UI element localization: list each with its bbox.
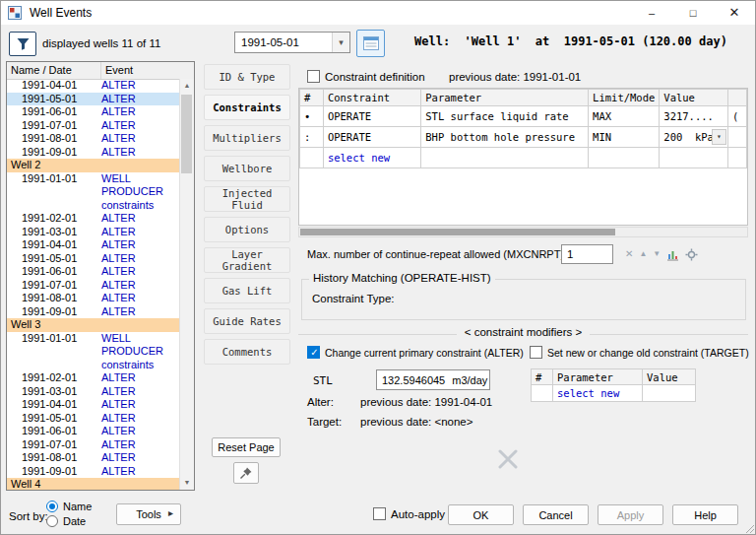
target-checkbox[interactable]: Set new or change old constraint (TARGET… bbox=[530, 346, 749, 359]
event-row[interactable]: 1991-05-01ALTER bbox=[7, 252, 179, 266]
show-event-list-button[interactable] bbox=[356, 30, 385, 57]
event-row[interactable]: 1991-02-01ALTER bbox=[7, 371, 179, 385]
radio-button[interactable] bbox=[46, 501, 58, 512]
gear-icon[interactable] bbox=[685, 248, 698, 261]
tab-comments[interactable]: Comments bbox=[204, 339, 290, 365]
event-list-col-name[interactable]: Name / Date bbox=[7, 62, 101, 79]
constraint-definition-checkbox[interactable]: Constraint definition bbox=[307, 70, 425, 83]
close-button[interactable]: ✕ bbox=[714, 1, 755, 25]
scrollbar-thumb[interactable] bbox=[181, 95, 192, 173]
event-row[interactable]: 1991-03-01ALTER bbox=[7, 226, 179, 239]
event-row[interactable]: 1991-01-01WELL PRODUCER constraints bbox=[7, 332, 179, 372]
target-add-row[interactable]: select new bbox=[532, 385, 696, 402]
event-row[interactable]: 1991-02-01ALTER bbox=[7, 212, 179, 226]
well-group-row[interactable]: Well 4 bbox=[7, 478, 179, 490]
event-row[interactable]: 1991-09-01ALTER bbox=[7, 146, 179, 160]
pin-button[interactable] bbox=[233, 462, 259, 484]
checkbox-box[interactable] bbox=[530, 346, 542, 359]
event-row[interactable]: 1991-08-01ALTER bbox=[7, 451, 179, 465]
target-col-header: Parameter bbox=[553, 369, 643, 385]
move-up-icon[interactable]: ▲ bbox=[639, 247, 647, 261]
well-group-row[interactable]: Well 3 bbox=[7, 318, 179, 332]
tab-constraints[interactable]: Constraints bbox=[204, 95, 290, 120]
event-list-col-event[interactable]: Event bbox=[101, 62, 194, 79]
event-row[interactable]: 1991-04-01ALTER bbox=[7, 398, 179, 412]
event-row-name: 1991-07-01 bbox=[7, 438, 101, 452]
scroll-up-icon[interactable]: ▲ bbox=[180, 79, 194, 93]
tab-multipliers[interactable]: Multipliers bbox=[204, 125, 290, 151]
event-row-event: ALTER bbox=[101, 105, 179, 119]
constraint-row[interactable]: •OPERATESTL surface liquid rateMAX3217..… bbox=[300, 106, 747, 127]
cancel-button[interactable]: Cancel bbox=[523, 504, 589, 525]
event-row-event: ALTER bbox=[101, 146, 179, 160]
tab-options[interactable]: Options bbox=[204, 217, 290, 242]
event-row-name: 1991-01-01 bbox=[7, 172, 101, 213]
auto-apply-checkbox[interactable]: Auto-apply bbox=[373, 507, 445, 520]
event-list-header: Name / Date Event bbox=[7, 62, 194, 80]
constraint-col-header: Constraint bbox=[323, 90, 420, 106]
alter-checkbox[interactable]: Change current primary constraint (ALTER… bbox=[307, 346, 524, 359]
date-dropdown[interactable]: 1991-05-01 ▾ bbox=[234, 32, 350, 53]
event-row[interactable]: 1991-09-01ALTER bbox=[7, 305, 179, 319]
chevron-down-icon[interactable]: ▾ bbox=[332, 33, 349, 52]
event-row[interactable]: 1991-07-01ALTER bbox=[7, 438, 179, 452]
tab-guide-rates[interactable]: Guide Rates bbox=[204, 308, 290, 334]
hscrollbar-thumb[interactable] bbox=[300, 229, 615, 235]
event-row[interactable]: 1991-05-01ALTER bbox=[7, 93, 179, 106]
tab-gas-lift[interactable]: Gas Lift bbox=[204, 278, 290, 303]
sort-radio-name[interactable]: Name bbox=[46, 501, 92, 512]
event-list-scrollbar[interactable]: ▲ ▼ bbox=[179, 79, 194, 490]
tab-layer-gradient[interactable]: Layer Gradient bbox=[204, 247, 290, 273]
event-row[interactable]: 1991-08-01ALTER bbox=[7, 132, 179, 146]
ok-button[interactable]: OK bbox=[448, 504, 514, 525]
event-row[interactable]: 1991-03-01ALTER bbox=[7, 385, 179, 399]
maximize-button[interactable]: □ bbox=[672, 1, 714, 25]
resize-grip[interactable] bbox=[743, 522, 755, 534]
radio-button[interactable] bbox=[46, 515, 58, 527]
checkbox-box[interactable] bbox=[373, 507, 386, 520]
history-matching-group: History Matching (OPERATE-HIST) Constrai… bbox=[301, 279, 746, 320]
event-row[interactable]: 1991-08-01ALTER bbox=[7, 292, 179, 305]
event-row-name: 1991-05-01 bbox=[7, 252, 101, 266]
event-row[interactable]: 1991-05-01ALTER bbox=[7, 412, 179, 426]
event-row-name: 1991-07-01 bbox=[7, 119, 101, 133]
event-row[interactable]: 1991-06-01ALTER bbox=[7, 105, 179, 119]
reset-page-button[interactable]: Reset Page bbox=[212, 437, 281, 457]
checkbox-box[interactable] bbox=[307, 346, 320, 359]
help-button[interactable]: Help bbox=[672, 504, 738, 525]
event-row[interactable]: 1991-06-01ALTER bbox=[7, 425, 179, 438]
clear-icon[interactable]: ✕ bbox=[625, 247, 633, 261]
tab-id-type[interactable]: ID & Type bbox=[204, 64, 290, 90]
minimize-button[interactable]: – bbox=[631, 1, 672, 25]
constraint-row[interactable]: :OPERATEBHP bottom hole pressureMIN200 k… bbox=[300, 127, 747, 148]
event-row[interactable]: 1991-09-01ALTER bbox=[7, 465, 179, 479]
stl-value-field[interactable]: 132.5946045 m3/day bbox=[376, 369, 490, 390]
tab-injected-fluid[interactable]: Injected Fluid bbox=[204, 186, 290, 212]
chevron-down-icon[interactable]: ▾ bbox=[712, 129, 726, 145]
constraint-add-row[interactable]: select new bbox=[300, 148, 747, 168]
filter-icon bbox=[16, 36, 31, 51]
event-row[interactable]: 1991-06-01ALTER bbox=[7, 265, 179, 279]
event-row-name: 1991-09-01 bbox=[7, 305, 101, 319]
target-table: #ParameterValue select new bbox=[531, 368, 696, 402]
event-row[interactable]: 1991-04-01ALTER bbox=[7, 238, 179, 252]
sort-radio-date[interactable]: Date bbox=[46, 515, 86, 527]
mxcnrpt-input[interactable]: 1 bbox=[561, 244, 613, 264]
event-row-event: ALTER bbox=[101, 238, 179, 252]
event-row-event: ALTER bbox=[101, 132, 179, 146]
chart-icon[interactable] bbox=[666, 248, 679, 261]
event-row[interactable]: 1991-07-01ALTER bbox=[7, 119, 179, 133]
constraint-table-hscrollbar[interactable] bbox=[298, 227, 748, 237]
sort-date-label: Date bbox=[63, 515, 86, 527]
filter-button[interactable] bbox=[9, 32, 36, 56]
well-group-row[interactable]: Well 2 bbox=[7, 159, 179, 172]
move-down-icon[interactable]: ▼ bbox=[653, 247, 661, 261]
event-row[interactable]: 1991-01-01WELL PRODUCER constraints bbox=[7, 172, 179, 213]
tools-button[interactable]: Tools ▸ bbox=[116, 503, 181, 525]
checkbox-box[interactable] bbox=[307, 70, 320, 83]
tab-wellbore[interactable]: Wellbore bbox=[204, 156, 290, 181]
scroll-down-icon[interactable]: ▼ bbox=[180, 476, 194, 490]
event-row[interactable]: 1991-04-01ALTER bbox=[7, 79, 179, 93]
event-row[interactable]: 1991-07-01ALTER bbox=[7, 279, 179, 293]
apply-button[interactable]: Apply bbox=[598, 504, 663, 525]
